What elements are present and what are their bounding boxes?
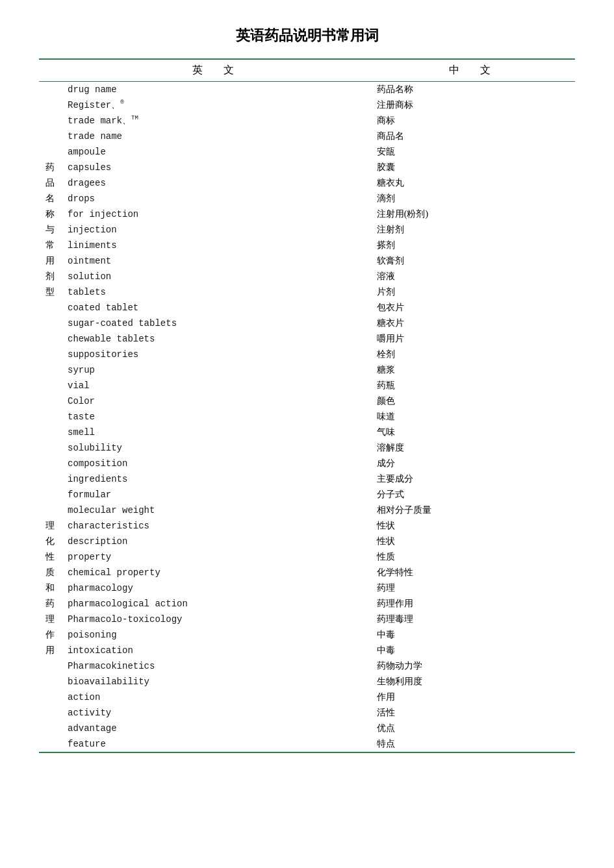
table-row: solubility溶解度	[39, 440, 575, 456]
row-chinese: 特点	[370, 736, 575, 752]
row-label	[39, 674, 61, 689]
row-label: 质	[39, 565, 61, 580]
row-label	[39, 97, 61, 113]
row-english: taste	[61, 409, 370, 425]
row-label: 与	[39, 222, 61, 238]
row-english: feature	[61, 736, 370, 752]
row-english: solubility	[61, 440, 370, 456]
row-label	[39, 393, 61, 409]
row-label	[39, 409, 61, 425]
row-label: 化	[39, 534, 61, 549]
row-english: characteristics	[61, 518, 370, 534]
row-label: 用	[39, 253, 61, 269]
row-english: Color	[61, 393, 370, 409]
row-label: 理	[39, 518, 61, 534]
row-english: intoxication	[61, 643, 370, 658]
row-english: action	[61, 689, 370, 705]
row-chinese: 药理毒理	[370, 612, 575, 627]
row-chinese: 性状	[370, 518, 575, 534]
row-chinese: 优点	[370, 721, 575, 736]
table-row: composition成分	[39, 456, 575, 471]
page-title: 英语药品说明书常用词	[39, 26, 575, 45]
table-row: 用intoxication中毒	[39, 643, 575, 658]
row-english: drops	[61, 191, 370, 206]
table-row: 作poisoning中毒	[39, 627, 575, 643]
row-label	[39, 487, 61, 502]
table-row: 名drops滴剂	[39, 191, 575, 206]
row-chinese: 药理	[370, 580, 575, 596]
table-row: 型tablets片剂	[39, 284, 575, 300]
row-english: description	[61, 534, 370, 549]
table-row: syrup糖浆	[39, 362, 575, 378]
table-row: 常liniments搽剂	[39, 238, 575, 253]
row-label	[39, 425, 61, 440]
row-english: suppositories	[61, 347, 370, 362]
row-label: 作	[39, 627, 61, 643]
row-label: 型	[39, 284, 61, 300]
table-row: ampoule安瓿	[39, 144, 575, 160]
row-chinese: 胶囊	[370, 160, 575, 175]
row-english: dragees	[61, 175, 370, 191]
row-chinese: 颜色	[370, 393, 575, 409]
table-row: taste味道	[39, 409, 575, 425]
row-english: activity	[61, 705, 370, 721]
row-english: ointment	[61, 253, 370, 269]
row-label	[39, 705, 61, 721]
row-label	[39, 316, 61, 331]
row-english: smell	[61, 425, 370, 440]
row-chinese: 商品名	[370, 129, 575, 144]
row-chinese: 性状	[370, 534, 575, 549]
row-label	[39, 347, 61, 362]
row-label: 性	[39, 549, 61, 565]
row-label: 药	[39, 596, 61, 612]
table-row: formular分子式	[39, 487, 575, 502]
row-label	[39, 736, 61, 752]
row-label: 常	[39, 238, 61, 253]
row-chinese: 化学特性	[370, 565, 575, 580]
row-english: property	[61, 549, 370, 565]
row-english: injection	[61, 222, 370, 238]
row-chinese: 嚼用片	[370, 331, 575, 347]
row-english: vial	[61, 378, 370, 393]
row-english: Register、®	[61, 97, 370, 113]
row-chinese: 主要成分	[370, 471, 575, 487]
row-chinese: 中毒	[370, 627, 575, 643]
row-english: Pharmacokinetics	[61, 658, 370, 674]
row-label: 用	[39, 643, 61, 658]
row-english: chemical property	[61, 565, 370, 580]
row-english: chewable tablets	[61, 331, 370, 347]
table-row: sugar-coated tablets糖衣片	[39, 316, 575, 331]
row-chinese: 商标	[370, 113, 575, 129]
row-chinese: 生物利用度	[370, 674, 575, 689]
row-label	[39, 721, 61, 736]
row-english: liniments	[61, 238, 370, 253]
table-row: 称for injection注射用(粉剂)	[39, 206, 575, 222]
row-english: composition	[61, 456, 370, 471]
table-row: 用ointment软膏剂	[39, 253, 575, 269]
row-chinese: 相对分子质量	[370, 502, 575, 518]
row-chinese: 活性	[370, 705, 575, 721]
table-row: activity活性	[39, 705, 575, 721]
row-chinese: 药理作用	[370, 596, 575, 612]
row-chinese: 气味	[370, 425, 575, 440]
table-row: Pharmacokinetics药物动力学	[39, 658, 575, 674]
table-header: 英 文 中 文	[39, 59, 575, 82]
row-label	[39, 82, 61, 98]
table-row: 化description性状	[39, 534, 575, 549]
row-chinese: 安瓿	[370, 144, 575, 160]
table-row: 和pharmacology药理	[39, 580, 575, 596]
table-row: bioavailability生物利用度	[39, 674, 575, 689]
row-label: 名	[39, 191, 61, 206]
table-row: ingredients主要成分	[39, 471, 575, 487]
row-english: ampoule	[61, 144, 370, 160]
row-chinese: 味道	[370, 409, 575, 425]
row-label	[39, 113, 61, 129]
header-cn: 中 文	[370, 59, 575, 82]
table-row: 与injection注射剂	[39, 222, 575, 238]
main-table: 英 文 中 文 drug name药品名称Register、®注册商标trade…	[39, 58, 575, 753]
row-chinese: 性质	[370, 549, 575, 565]
row-english: tablets	[61, 284, 370, 300]
row-english: ingredients	[61, 471, 370, 487]
row-chinese: 注射剂	[370, 222, 575, 238]
row-chinese: 注册商标	[370, 97, 575, 113]
